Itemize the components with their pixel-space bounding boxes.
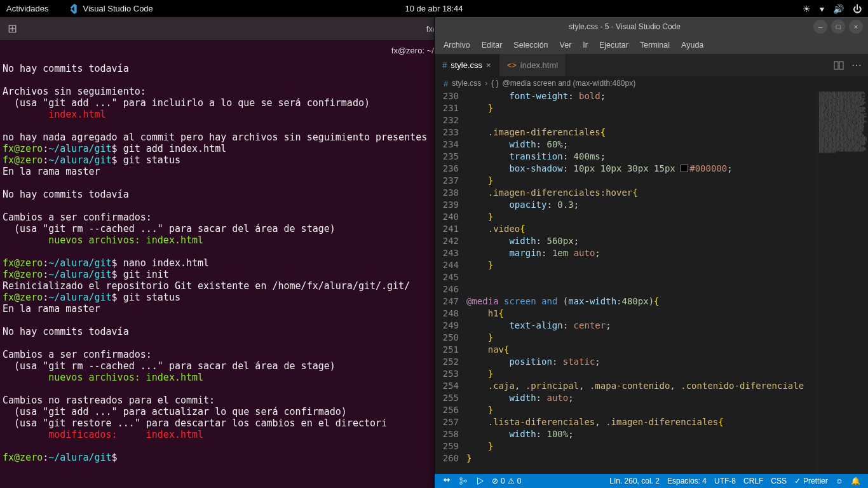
css-file-icon: #: [444, 79, 448, 88]
menu-selección[interactable]: Selección: [508, 38, 553, 52]
chevron-right-icon: ›: [485, 79, 487, 88]
line-gutter: 230 231 232 233 234 235 236 237 238 239 …: [435, 90, 466, 474]
editor-area[interactable]: 230 231 232 233 234 235 236 237 238 239 …: [435, 90, 868, 474]
vscode-menubar: ArchivoEditarSelecciónVerIrEjecutarTermi…: [435, 36, 868, 54]
vscode-titlebar: style.css - 5 - Visual Studio Code – □ ×: [435, 17, 868, 36]
clock[interactable]: 10 de abr 18:44: [405, 4, 463, 13]
split-editor-icon[interactable]: [834, 60, 844, 71]
feedback-icon[interactable]: ☺: [832, 477, 847, 485]
notifications-icon[interactable]: 🔔: [847, 477, 864, 485]
app-indicator[interactable]: Visual Studio Code: [67, 4, 153, 14]
language-mode[interactable]: CSS: [767, 477, 790, 485]
svg-point-2: [460, 478, 463, 480]
svg-marker-5: [478, 478, 484, 485]
more-actions-icon[interactable]: ⋯: [851, 59, 862, 71]
activities-button[interactable]: Actividades: [6, 4, 48, 13]
code-editor[interactable]: font-weight: bold; } .imagen-diferencial…: [466, 90, 817, 474]
vscode-icon: [67, 4, 78, 14]
cursor-position[interactable]: Lín. 260, col. 2: [606, 477, 663, 485]
brightness-icon: ☀: [803, 4, 811, 14]
svg-point-4: [465, 480, 467, 482]
breadcrumbs[interactable]: # style.css › { } @media screen and (max…: [435, 76, 868, 90]
editor-tab-index.html[interactable]: <> index.html: [499, 54, 566, 76]
menu-ir[interactable]: Ir: [578, 38, 593, 52]
menu-editar[interactable]: Editar: [477, 38, 508, 52]
menu-ejecutar[interactable]: Ejecutar: [594, 38, 634, 52]
menu-terminal[interactable]: Terminal: [635, 38, 675, 52]
editor-tab-style.css[interactable]: # style.css ×: [435, 54, 499, 76]
encoding-status[interactable]: UTF-8: [710, 477, 740, 485]
power-icon: ⏻: [853, 4, 862, 14]
problems-status[interactable]: ⊘0 ⚠0: [488, 477, 525, 485]
braces-icon: { }: [491, 79, 498, 88]
minimap[interactable]: ██ █████ ██████ █████ ██ █████ █████ ███…: [817, 90, 868, 474]
terminal-newtab-button[interactable]: ⊞: [0, 22, 25, 36]
vscode-window: style.css - 5 - Visual Studio Code – □ ×…: [434, 17, 868, 488]
close-icon[interactable]: ×: [486, 60, 491, 70]
eol-status[interactable]: CRLF: [740, 477, 767, 485]
prettier-status[interactable]: ✓Prettier: [790, 477, 832, 485]
editor-tabs: # style.css × <> index.html ⋯: [435, 54, 868, 76]
svg-rect-0: [834, 62, 838, 69]
volume-icon: 🔊: [833, 4, 844, 14]
window-maximize-button[interactable]: □: [831, 20, 845, 34]
status-bar: ⊘0 ⚠0 Lín. 260, col. 2 Espacios: 4 UTF-8…: [435, 474, 868, 488]
menu-ver[interactable]: Ver: [555, 38, 577, 52]
menu-ayuda[interactable]: Ayuda: [676, 38, 709, 52]
source-control-status[interactable]: [455, 477, 471, 485]
css-file-icon: #: [442, 60, 447, 70]
svg-point-3: [460, 482, 463, 485]
window-minimize-button[interactable]: –: [813, 20, 827, 34]
debug-status[interactable]: [471, 477, 488, 485]
window-close-button[interactable]: ×: [849, 20, 863, 34]
remote-indicator[interactable]: [438, 477, 455, 485]
network-icon: ▾: [820, 4, 824, 14]
indentation-status[interactable]: Espacios: 4: [663, 477, 710, 485]
menu-archivo[interactable]: Archivo: [438, 38, 475, 52]
system-tray[interactable]: ☀ ▾ 🔊 ⏻: [803, 4, 862, 14]
gnome-topbar: Actividades Visual Studio Code 10 de abr…: [0, 0, 868, 17]
svg-rect-1: [839, 62, 843, 69]
vscode-window-title: style.css - 5 - Visual Studio Code: [441, 22, 808, 31]
html-file-icon: <>: [507, 60, 517, 70]
